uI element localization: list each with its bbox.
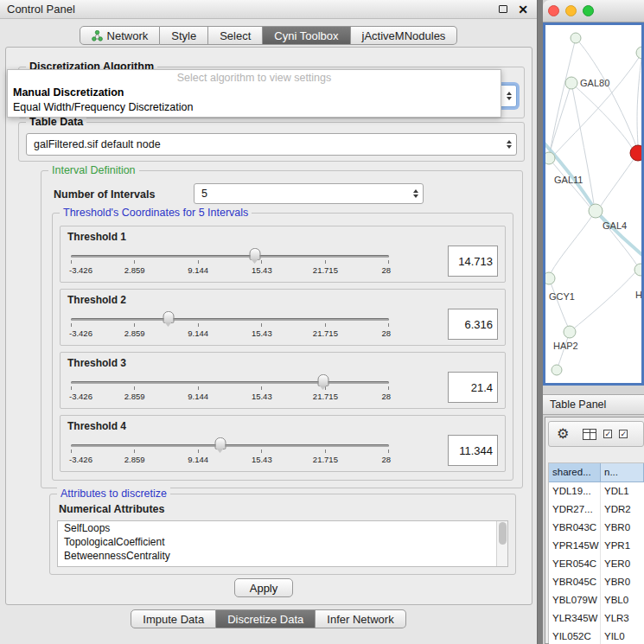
cell-name[interactable]: YBR0 xyxy=(601,519,644,537)
gear-icon[interactable]: ⚙ xyxy=(557,427,569,441)
slider-thumb[interactable] xyxy=(214,437,226,450)
minimize-button[interactable] xyxy=(565,5,577,16)
cell-shared-name[interactable]: YBR043C xyxy=(549,519,601,537)
cell-shared-name[interactable]: YIL052C xyxy=(549,628,601,644)
cell-shared-name[interactable]: YER054C xyxy=(549,555,601,573)
tick-marks xyxy=(71,450,389,453)
close-icon[interactable]: ✕ xyxy=(518,3,528,16)
threshold-value-field[interactable]: 21.4 xyxy=(448,372,498,403)
cell-name[interactable]: YDL1 xyxy=(601,482,644,501)
dropdown-option-manual-discretization[interactable]: Manual Discretization xyxy=(8,86,501,100)
cell-shared-name[interactable]: YDL19... xyxy=(549,482,601,501)
table-header-row: shared... n... xyxy=(549,463,644,482)
tick-label: 28 xyxy=(381,265,391,275)
network-node[interactable] xyxy=(634,264,641,276)
table-row[interactable]: YBR043C YBR0 xyxy=(549,519,644,537)
network-canvas[interactable]: GAL80 GAL11 GAL4 GCY1 HAP2 H xyxy=(545,25,641,383)
threshold-list: Threshold 1 -3.426 2.859 9. xyxy=(53,226,513,478)
tick-label: -3.426 xyxy=(69,392,92,401)
tab-impute-data[interactable]: Impute Data xyxy=(131,609,216,628)
threshold-box: Threshold 2 -3.426 2.859 9. xyxy=(60,289,506,346)
tab-select[interactable]: Select xyxy=(208,26,263,45)
threshold-value-field[interactable]: 11.344 xyxy=(448,435,498,466)
close-button[interactable] xyxy=(548,5,559,16)
cell-shared-name[interactable]: YLR345W xyxy=(549,609,601,628)
column-header-shared-name[interactable]: shared... xyxy=(549,463,601,482)
column-manager-icon[interactable] xyxy=(583,429,596,440)
list-item[interactable]: SelfLoops xyxy=(58,521,507,535)
table-row[interactable]: YDL19... YDL1 xyxy=(549,482,644,501)
column-header-name[interactable]: n... xyxy=(601,463,644,482)
numerical-attributes-list[interactable]: SelfLoops TopologicalCoefficient Between… xyxy=(57,520,508,567)
list-item[interactable]: TopologicalCoefficient xyxy=(58,535,507,549)
cell-name[interactable]: YBR0 xyxy=(601,573,644,591)
slider-thumb[interactable] xyxy=(317,374,328,386)
table-row[interactable]: YIL052C YIL0 xyxy=(549,628,644,644)
network-node-gal80[interactable] xyxy=(565,77,577,89)
threshold-value-field[interactable]: 14.713 xyxy=(448,245,498,277)
network-icon xyxy=(92,30,103,41)
cell-shared-name[interactable]: YPR145W xyxy=(549,537,601,555)
cell-shared-name[interactable]: YBR045C xyxy=(549,573,601,591)
dropdown-option-equal-width[interactable]: Equal Width/Frequency Discretization xyxy=(8,100,501,115)
network-node[interactable] xyxy=(636,47,641,59)
threshold-slider[interactable]: -3.426 2.859 9.144 15.43 21.715 28 xyxy=(69,310,391,343)
tick-label: 28 xyxy=(381,328,391,338)
network-view[interactable]: GAL80 GAL11 GAL4 GCY1 HAP2 H xyxy=(543,22,644,386)
threshold-slider[interactable]: -3.426 2.859 9.144 15.43 21.715 28 xyxy=(69,373,391,406)
network-node-gcy1[interactable] xyxy=(545,272,555,284)
tab-infer-network[interactable]: Infer Network xyxy=(316,609,405,628)
threshold-slider[interactable]: -3.426 2.859 9.144 15.43 21.715 28 xyxy=(69,437,391,469)
slider-track[interactable] xyxy=(71,444,389,447)
threshold-value-field[interactable]: 6.316 xyxy=(448,309,498,340)
cell-name[interactable]: YER0 xyxy=(601,555,644,573)
network-node-gal4[interactable] xyxy=(589,204,603,218)
slider-track[interactable] xyxy=(71,381,389,384)
threshold-slider[interactable]: -3.426 2.859 9.144 15.43 21.715 28 xyxy=(69,247,391,280)
tick-label: 28 xyxy=(381,455,391,464)
select-all-icon[interactable]: ✓ xyxy=(603,430,612,438)
table-data-combo[interactable]: galFiltered.sif default node xyxy=(26,133,517,156)
tick-label: 2.859 xyxy=(124,328,145,338)
tab-discretize-data[interactable]: Discretize Data xyxy=(216,609,316,628)
table-row[interactable]: YLR345W YLR3 xyxy=(549,609,644,628)
table-row[interactable]: YBL079W YBL0 xyxy=(549,591,644,609)
scrollbar-thumb[interactable] xyxy=(499,522,507,545)
select-all-icon-2[interactable]: ✓ xyxy=(619,430,628,438)
cell-name[interactable]: YLR3 xyxy=(601,609,644,628)
tab-jactivemnodules[interactable]: jActiveMNodules xyxy=(351,26,458,45)
network-node-gal11[interactable] xyxy=(545,152,555,164)
table-row[interactable]: YDR27... YDR2 xyxy=(549,501,644,519)
slider-thumb[interactable] xyxy=(249,248,260,260)
slider-track[interactable] xyxy=(71,255,389,258)
network-window: GAL80 GAL11 GAL4 GCY1 HAP2 H Table Panel… xyxy=(543,0,644,644)
network-node-selected-red[interactable] xyxy=(630,145,641,161)
list-item[interactable]: BetweennessCentrality xyxy=(58,549,507,563)
zoom-button[interactable] xyxy=(583,5,594,16)
number-of-intervals-label: Number of Intervals xyxy=(54,188,155,201)
cell-name[interactable]: YBL0 xyxy=(601,591,644,609)
cell-name[interactable]: YIL0 xyxy=(601,628,644,644)
cell-name[interactable]: YDR2 xyxy=(601,501,644,519)
network-node[interactable] xyxy=(552,365,562,375)
tick-label: 2.859 xyxy=(124,455,145,464)
tab-cyni-toolbox[interactable]: Cyni Toolbox xyxy=(263,26,350,45)
table-data-group: Table Data galFiltered.sif default node xyxy=(18,122,525,162)
cell-name[interactable]: YPR1 xyxy=(601,537,644,555)
node-label: GAL4 xyxy=(603,220,627,231)
number-of-intervals-combo[interactable]: 5 xyxy=(194,183,424,204)
cell-shared-name[interactable]: YBL079W xyxy=(549,591,601,609)
slider-track[interactable] xyxy=(71,318,389,321)
cell-shared-name[interactable]: YDR27... xyxy=(549,501,601,519)
network-node[interactable] xyxy=(571,33,581,43)
tab-network[interactable]: Network xyxy=(80,26,161,45)
tab-style[interactable]: Style xyxy=(160,26,208,45)
table-row[interactable]: YBR045C YBR0 xyxy=(549,573,644,591)
network-node-hap2[interactable] xyxy=(564,326,576,338)
table-row[interactable]: YPR145W YPR1 xyxy=(549,537,644,555)
apply-button[interactable]: Apply xyxy=(234,578,293,597)
table-row[interactable]: YER054C YER0 xyxy=(549,555,644,573)
float-window-icon[interactable] xyxy=(499,5,507,13)
slider-thumb[interactable] xyxy=(163,311,175,323)
list-scrollbar[interactable] xyxy=(496,521,507,566)
